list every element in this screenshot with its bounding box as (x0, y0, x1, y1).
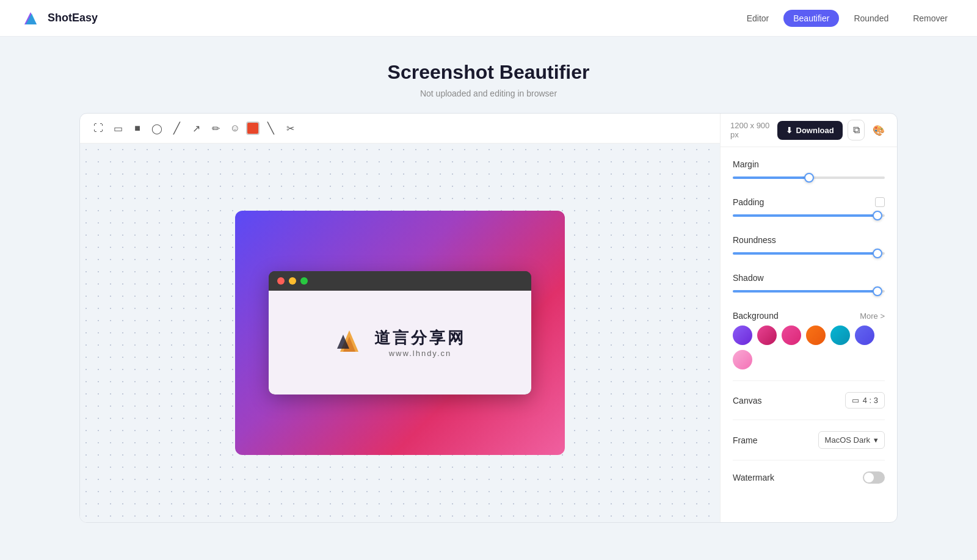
chevron-down-icon: ▾ (874, 435, 878, 445)
browser-maximize-btn (300, 277, 308, 285)
tool-arrow[interactable]: ↗ (187, 120, 205, 137)
frame-select[interactable]: MacOS Dark ▾ (818, 431, 885, 449)
tool-pencil[interactable]: ✏ (207, 120, 224, 137)
canvas-workspace[interactable]: 道言分享网 www.lhndy.cn (80, 144, 720, 522)
tool-line[interactable]: ╱ (168, 120, 185, 137)
tool-color[interactable] (246, 122, 260, 135)
nav-remover[interactable]: Remover (903, 10, 957, 27)
page-subtitle: Not uploaded and editing in browser (420, 89, 557, 98)
main-content: Screenshot Beautifier Not uploaded and e… (0, 37, 977, 523)
shadow-slider[interactable] (733, 290, 885, 300)
swatch-orange[interactable] (806, 325, 826, 345)
roundness-slider[interactable] (733, 252, 885, 262)
swatch-purple[interactable] (733, 325, 752, 345)
margin-label: Margin (733, 159, 885, 169)
roundness-label: Roundness (733, 235, 885, 245)
download-label: Download (796, 126, 834, 135)
shadow-fill (733, 290, 877, 293)
tool-emoji[interactable]: ☺ (227, 120, 244, 137)
toggle-thumb (864, 473, 874, 482)
margin-control: Margin (733, 159, 885, 186)
swatch-pink-hot[interactable] (782, 325, 801, 345)
swatch-light-pink[interactable] (733, 350, 752, 369)
watermark-toggle[interactable] (863, 471, 885, 484)
frame-label: Frame (733, 435, 757, 445)
browser-titlebar (269, 271, 531, 291)
background-control: Background More > (733, 311, 885, 369)
frame-value: MacOS Dark (825, 435, 870, 445)
canvas-area: ⛶ ▭ ■ ◯ ╱ ↗ ✏ ☺ ╲ ✂ (80, 114, 720, 522)
panel-divider-2 (733, 420, 885, 420)
roundness-fill (733, 252, 877, 255)
header: ShotEasy Editor Beautifier Rounded Remov… (0, 0, 977, 37)
padding-checkbox[interactable] (875, 197, 885, 207)
roundness-control: Roundness (733, 235, 885, 262)
copy-icon: ⧉ (853, 125, 860, 136)
screenshot-frame: 道言分享网 www.lhndy.cn (235, 211, 565, 455)
page-title: Screenshot Beautifier (388, 61, 590, 84)
shadow-control: Shadow (733, 273, 885, 300)
tool-expand[interactable]: ⛶ (90, 120, 107, 137)
palette-icon: 🎨 (873, 125, 885, 136)
padding-label: Padding (733, 197, 885, 207)
tool-cut[interactable]: ✂ (281, 120, 299, 137)
margin-thumb[interactable] (804, 173, 814, 183)
brand-name: 道言分享网 (374, 327, 466, 349)
margin-fill (733, 176, 809, 179)
swatch-blue-purple[interactable] (855, 325, 874, 345)
padding-track (733, 214, 885, 217)
tool-rect-fill[interactable]: ■ (129, 120, 146, 137)
browser-minimize-btn (289, 277, 296, 285)
watermark-label: Watermark (733, 473, 774, 482)
canvas-icon: ▭ (852, 396, 859, 405)
panel-divider-1 (733, 380, 885, 381)
margin-slider[interactable] (733, 176, 885, 186)
editor-container: ⛶ ▭ ■ ◯ ╱ ↗ ✏ ☺ ╲ ✂ (79, 113, 898, 523)
roundness-thumb[interactable] (873, 249, 882, 258)
dimension-text: 1200 x 900 px (730, 121, 772, 139)
palette-button[interactable]: 🎨 (870, 120, 887, 140)
tool-circle[interactable]: ◯ (148, 120, 165, 137)
canvas-label: Canvas (733, 396, 761, 405)
shadow-label: Shadow (733, 273, 885, 283)
browser-close-btn (277, 277, 285, 285)
shadow-track (733, 290, 885, 293)
brand-content: 道言分享网 www.lhndy.cn (334, 327, 466, 358)
panel-header: 1200 x 900 px ⬇ Download ⧉ 🎨 (721, 114, 897, 147)
panel-controls: Margin Padding (721, 147, 897, 496)
browser-content: 道言分享网 www.lhndy.cn (269, 291, 531, 395)
toolbar: ⛶ ▭ ■ ◯ ╱ ↗ ✏ ☺ ╲ ✂ (80, 114, 720, 144)
padding-fill (733, 214, 877, 217)
nav-editor[interactable]: Editor (737, 10, 779, 27)
nav-beautifier[interactable]: Beautifier (783, 10, 839, 27)
tool-rect-outline[interactable]: ▭ (109, 120, 126, 137)
background-swatches (733, 325, 885, 369)
app-name: ShotEasy (48, 12, 98, 24)
padding-thumb[interactable] (873, 211, 882, 220)
brand-text: 道言分享网 www.lhndy.cn (374, 327, 466, 358)
background-more-link[interactable]: More > (860, 311, 885, 321)
logo: ShotEasy (20, 7, 98, 29)
padding-slider[interactable] (733, 214, 885, 224)
background-label: Background (733, 311, 779, 321)
brand-url: www.lhndy.cn (374, 349, 466, 358)
logo-icon (20, 7, 42, 29)
brand-logo-icon (334, 327, 365, 358)
margin-track (733, 176, 885, 179)
download-button[interactable]: ⬇ Download (777, 121, 843, 140)
shadow-thumb[interactable] (873, 286, 882, 296)
panel-divider-3 (733, 460, 885, 460)
watermark-control: Watermark (733, 471, 885, 484)
swatch-pink-red[interactable] (757, 325, 777, 345)
download-icon: ⬇ (786, 126, 793, 135)
tool-eraser[interactable]: ╲ (262, 120, 279, 137)
copy-button[interactable]: ⧉ (848, 120, 865, 140)
canvas-ratio-control: Canvas ▭ 4 : 3 (733, 392, 885, 409)
nav-rounded[interactable]: Rounded (844, 10, 898, 27)
background-section-header: Background More > (733, 311, 885, 321)
canvas-ratio-button[interactable]: ▭ 4 : 3 (845, 392, 885, 409)
frame-control: Frame MacOS Dark ▾ (733, 431, 885, 449)
swatch-teal[interactable] (830, 325, 850, 345)
right-panel: 1200 x 900 px ⬇ Download ⧉ 🎨 Margin (720, 114, 897, 522)
browser-window: 道言分享网 www.lhndy.cn (269, 271, 531, 395)
